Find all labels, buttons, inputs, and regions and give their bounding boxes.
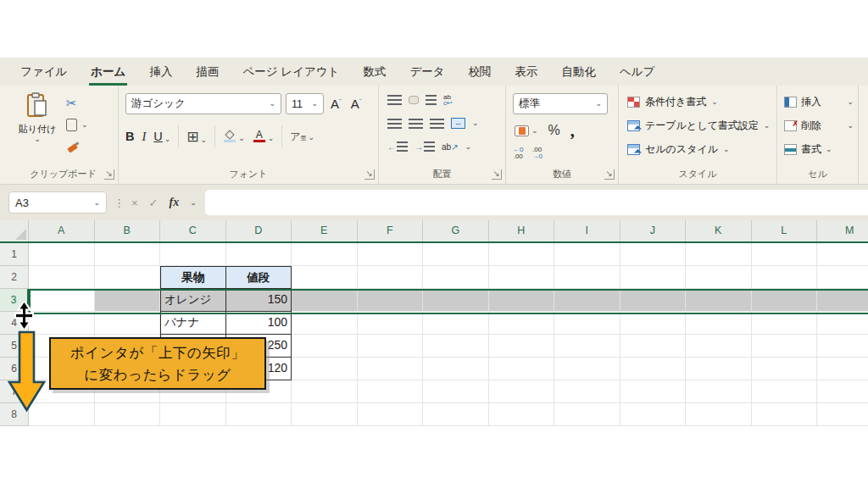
tab-home[interactable]: ホーム	[79, 58, 137, 86]
borders-button[interactable]: ⊞⌄	[186, 130, 207, 144]
cell-I3[interactable]	[554, 289, 620, 312]
conditional-formatting-button[interactable]: 条件付き書式 ⌄	[627, 93, 718, 110]
cell-D8[interactable]	[226, 403, 292, 426]
column-header-C[interactable]: C	[160, 220, 226, 241]
orientation-button[interactable]: ab↗	[442, 142, 459, 152]
merge-chevron[interactable]: ⌄	[472, 119, 479, 127]
increase-indent-button[interactable]: →	[415, 141, 435, 152]
cell-J6[interactable]	[620, 358, 687, 380]
cell-G1[interactable]	[423, 243, 489, 266]
cell-E6[interactable]	[292, 358, 358, 380]
cancel-button[interactable]: ×	[131, 197, 138, 209]
borders-chevron[interactable]: ⌄	[201, 136, 208, 144]
column-header-B[interactable]: B	[95, 220, 161, 241]
cell-H1[interactable]	[489, 243, 555, 266]
cell-K5[interactable]	[686, 335, 752, 358]
cell-M5[interactable]	[817, 335, 868, 358]
tab-insert[interactable]: 挿入	[137, 58, 184, 86]
tab-automate[interactable]: 自動化	[550, 58, 609, 86]
enter-button[interactable]: ✓	[149, 197, 159, 209]
cell-J4[interactable]	[620, 312, 687, 335]
copy-button[interactable]: ⌄	[66, 118, 88, 132]
cell-H7[interactable]	[489, 380, 555, 403]
cell-J1[interactable]	[620, 243, 687, 266]
font-color-button[interactable]: A ⌄	[253, 130, 275, 142]
cell-G5[interactable]	[423, 335, 489, 358]
cell-L8[interactable]	[752, 403, 818, 426]
insert-cells-button[interactable]: 挿入 ⌄	[784, 93, 854, 110]
fill-color-button[interactable]: ⌄	[223, 131, 245, 142]
cell-E1[interactable]	[292, 243, 358, 266]
cell-L3[interactable]	[752, 289, 818, 312]
align-right-button[interactable]	[430, 119, 444, 129]
tab-view[interactable]: 表示	[504, 58, 550, 86]
cell-D4[interactable]: 100	[226, 312, 292, 335]
cell-M3[interactable]	[817, 289, 868, 312]
cell-F4[interactable]	[358, 312, 424, 335]
accounting-chevron[interactable]: ⌄	[531, 127, 538, 135]
cell-K6[interactable]	[686, 358, 752, 380]
cell-C1[interactable]	[160, 243, 226, 266]
clipboard-dialog-launcher[interactable]: ↘	[104, 169, 114, 180]
cell-E5[interactable]	[292, 335, 358, 358]
phonetic-chevron[interactable]: ⌄	[309, 134, 315, 141]
cell-I4[interactable]	[554, 312, 620, 335]
cell-B1[interactable]	[95, 243, 161, 266]
cell-E3[interactable]	[292, 289, 358, 312]
cell-F2[interactable]	[358, 266, 424, 289]
cell-C3[interactable]: オレンジ	[160, 289, 226, 312]
cell-C4[interactable]: バナナ	[160, 312, 226, 335]
cell-M1[interactable]	[817, 243, 868, 266]
cell-H3[interactable]	[489, 289, 555, 312]
format-cells-button[interactable]: 書式 ⌄	[784, 141, 854, 158]
cell-M4[interactable]	[817, 312, 868, 335]
cell-E2[interactable]	[292, 266, 358, 289]
cell-A3[interactable]	[29, 289, 95, 312]
cell-F7[interactable]	[358, 380, 424, 403]
cell-I1[interactable]	[554, 243, 620, 266]
cell-M7[interactable]	[817, 380, 868, 403]
cut-button[interactable]: ✂	[66, 96, 88, 110]
cell-K2[interactable]	[686, 266, 752, 289]
cell-G8[interactable]	[423, 403, 489, 426]
cell-E7[interactable]	[292, 380, 358, 403]
cell-A1[interactable]	[29, 243, 95, 266]
column-header-F[interactable]: F	[358, 220, 424, 241]
cell-C2[interactable]: 果物	[160, 266, 226, 289]
cell-B2[interactable]	[95, 266, 161, 289]
cell-G7[interactable]	[423, 380, 489, 403]
name-box[interactable]: A3 ⌄	[8, 191, 107, 214]
cell-L7[interactable]	[752, 380, 818, 403]
decrease-indent-button[interactable]: ←	[387, 141, 408, 152]
cell-A2[interactable]	[29, 266, 95, 289]
middle-align-button[interactable]	[409, 96, 419, 104]
fill-color-chevron[interactable]: ⌄	[238, 135, 245, 142]
cell-F1[interactable]	[358, 243, 424, 266]
column-header-L[interactable]: L	[752, 220, 818, 241]
cell-K7[interactable]	[686, 380, 752, 403]
cell-D3[interactable]: 150	[226, 289, 292, 312]
cell-E4[interactable]	[292, 312, 358, 335]
wrap-text-button[interactable]: abc↩	[443, 94, 453, 106]
cell-L6[interactable]	[752, 358, 818, 380]
font-color-chevron[interactable]: ⌄	[268, 135, 275, 142]
cell-H2[interactable]	[489, 266, 555, 289]
cell-L5[interactable]	[752, 335, 818, 358]
cell-G6[interactable]	[423, 358, 489, 380]
cell-B4[interactable]	[95, 312, 161, 335]
tab-page-layout[interactable]: ページ レイアウト	[231, 58, 351, 86]
format-painter-button[interactable]	[66, 140, 88, 154]
number-format-combo[interactable]: 標準 ⌄	[513, 93, 608, 114]
tab-draw[interactable]: 描画	[184, 58, 231, 86]
cell-L4[interactable]	[752, 312, 818, 335]
cell-F5[interactable]	[358, 335, 424, 358]
italic-button[interactable]: I	[142, 130, 146, 144]
insert-function-button[interactable]: fx	[170, 196, 180, 209]
cell-D1[interactable]	[226, 243, 292, 266]
accounting-format-button[interactable]: ⌄	[515, 125, 538, 136]
cell-G4[interactable]	[423, 312, 489, 335]
cell-G2[interactable]	[423, 266, 489, 289]
cell-F3[interactable]	[358, 289, 424, 312]
align-left-button[interactable]	[387, 119, 402, 129]
tab-help[interactable]: ヘルプ	[608, 58, 666, 86]
